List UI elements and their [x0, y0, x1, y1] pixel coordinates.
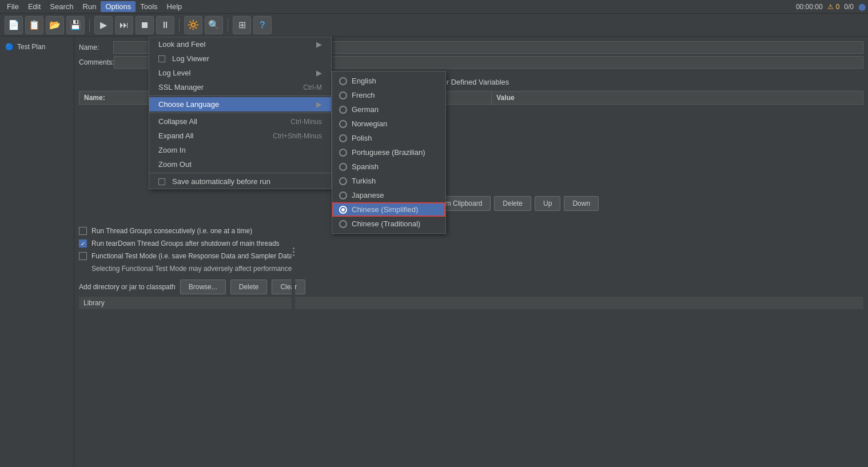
lang-german[interactable]: German [332, 102, 445, 117]
menu-edit[interactable]: Edit [23, 1, 45, 12]
action-buttons: Detail Add Add from Clipboard Delete Up … [79, 196, 863, 211]
radio-german [339, 106, 347, 114]
menu-save-auto[interactable]: Save automatically before run [149, 174, 331, 189]
stop-button[interactable]: ⏹ [136, 16, 154, 34]
down-button[interactable]: Down [564, 196, 599, 211]
log-viewer-checkbox [158, 55, 165, 62]
run-teardown-row: ✓ Run tearDown Thread Groups after shutd… [79, 237, 863, 250]
start-no-pause-button[interactable]: ⏭ [115, 16, 133, 34]
lang-english[interactable]: English [332, 74, 445, 88]
clear-all-button[interactable]: 🔆 [184, 16, 202, 34]
table-header-value: Value [492, 91, 863, 105]
run-teardown-label: Run tearDown Thread Groups after shutdow… [91, 240, 280, 248]
menu-help[interactable]: Help [162, 1, 187, 12]
resize-dot2 [293, 251, 294, 253]
radio-japanese [339, 191, 347, 199]
classpath-label: Add directory or jar to classpath [79, 283, 176, 291]
radio-norwegian [339, 120, 347, 128]
menu-ssl-manager[interactable]: SSL Manager Ctrl-M [149, 80, 331, 94]
menu-search[interactable]: Search [45, 1, 78, 12]
delete-classpath-button[interactable]: Delete [230, 280, 268, 294]
menu-zoom-in[interactable]: Zoom In [149, 143, 331, 157]
run-teardown-checkbox[interactable]: ✓ [79, 240, 87, 248]
functional-note: Selecting Functional Test Mode may adver… [79, 262, 863, 275]
radio-polish [339, 134, 347, 142]
menu-log-viewer[interactable]: Log Viewer [149, 51, 331, 66]
content-area: Look and Feel ▶ Log Viewer Log Level ▶ S… [74, 37, 868, 467]
main-layout: 🔵 Test Plan Look and Feel ▶ Log Viewer [0, 37, 868, 467]
menu-expand-all[interactable]: Expand All Ctrl+Shift-Minus [149, 129, 331, 143]
choose-lang-arrow: ▶ [316, 100, 322, 109]
menu-choose-language[interactable]: Choose Language ▶ [149, 97, 331, 111]
new-button[interactable]: 📄 [5, 16, 23, 34]
delete-button[interactable]: Delete [494, 196, 531, 211]
toolbar-sep3 [228, 18, 228, 32]
shutdown-button[interactable]: ⏸ [156, 16, 174, 34]
lang-turkish[interactable]: Turkish [332, 174, 445, 188]
menu-log-level[interactable]: Log Level ▶ [149, 66, 331, 80]
timer-display: 00:00:00 [796, 3, 823, 11]
ssl-shortcut: Ctrl-M [303, 83, 322, 91]
warning-badge: ⚠ 0 [827, 3, 840, 11]
radio-portuguese [339, 149, 347, 157]
collapse-shortcut: Ctrl-Minus [290, 118, 322, 126]
classpath-row: Add directory or jar to classpath Browse… [79, 280, 863, 294]
menu-sep3 [149, 173, 331, 173]
testplan-icon: 🔵 [5, 42, 14, 51]
menu-zoom-out[interactable]: Zoom Out [149, 157, 331, 171]
browse-button[interactable]: 🔍 [205, 16, 223, 34]
clear-button[interactable]: Clear [272, 280, 305, 294]
toolbar-sep2 [179, 18, 180, 32]
expand-button[interactable]: ⊞ [233, 16, 251, 34]
save-auto-checkbox [158, 178, 165, 185]
open-button[interactable]: 📂 [46, 16, 64, 34]
menu-options[interactable]: Options [101, 1, 136, 12]
sidebar-item-testplan[interactable]: 🔵 Test Plan [0, 39, 74, 55]
radio-turkish [339, 177, 347, 185]
run-consecutive-label: Run Thread Groups consecutively (i.e. on… [91, 227, 252, 235]
functional-test-checkbox[interactable] [79, 252, 87, 260]
radio-english [339, 77, 347, 85]
start-button[interactable]: ▶ [94, 16, 113, 34]
functional-test-label: Functional Test Mode (i.e. save Response… [91, 252, 295, 260]
lang-portuguese[interactable]: Portuguese (Brazilian) [332, 145, 445, 159]
menu-look-feel[interactable]: Look and Feel ▶ [149, 37, 331, 51]
lang-chinese-traditional[interactable]: Chinese (Traditional) [332, 217, 445, 231]
radio-french [339, 91, 347, 99]
lang-french[interactable]: French [332, 88, 445, 102]
sidebar-item-label: Test Plan [17, 43, 45, 51]
menu-run[interactable]: Run [78, 1, 101, 12]
run-consecutive-checkbox[interactable] [79, 227, 87, 235]
lang-chinese-simplified[interactable]: Chinese (Simplified) [332, 202, 445, 217]
sidebar: 🔵 Test Plan [0, 37, 74, 467]
status-icon: ⬤ [858, 3, 866, 11]
library-label: Library [83, 299, 105, 307]
radio-chinese-simplified [339, 206, 347, 214]
save-button[interactable]: 💾 [66, 16, 85, 34]
language-submenu: English French German Norwegian Polish P… [332, 71, 446, 234]
lang-spanish[interactable]: Spanish [332, 159, 445, 174]
menubar: File Edit Search Run Options Tools Help … [0, 0, 868, 14]
menu-file[interactable]: File [2, 1, 23, 12]
name-label: Name: [79, 43, 113, 51]
browse-button[interactable]: Browse... [180, 280, 226, 294]
functional-test-row: Functional Test Mode (i.e. save Response… [79, 250, 863, 262]
menu-collapse-all[interactable]: Collapse All Ctrl-Minus [149, 114, 331, 129]
menu-sep2 [149, 113, 331, 113]
templates-button[interactable]: 📋 [25, 16, 43, 34]
lang-japanese[interactable]: Japanese [332, 188, 445, 202]
checkboxes-section: Run Thread Groups consecutively (i.e. on… [79, 225, 863, 275]
comments-label: Comments: [79, 58, 114, 66]
options-menu: Look and Feel ▶ Log Viewer Log Level ▶ S… [149, 37, 332, 189]
library-row: Library [79, 297, 863, 309]
menu-tools[interactable]: Tools [136, 1, 162, 12]
log-level-arrow: ▶ [316, 69, 322, 77]
up-button[interactable]: Up [535, 196, 560, 211]
warning-count: 0 [836, 3, 840, 11]
resize-dot1 [293, 248, 294, 249]
radio-spanish [339, 163, 347, 171]
error-count: 0/0 [844, 3, 854, 11]
lang-norwegian[interactable]: Norwegian [332, 117, 445, 131]
help-button[interactable]: ? [253, 16, 272, 34]
lang-polish[interactable]: Polish [332, 131, 445, 145]
